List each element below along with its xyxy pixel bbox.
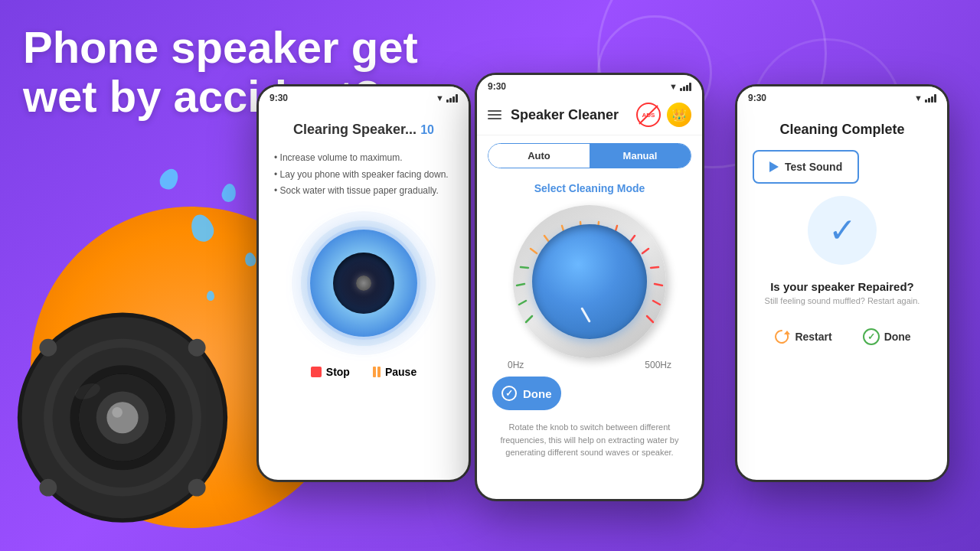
svg-point-2 — [39, 339, 57, 357]
water-drop-4 — [156, 165, 181, 192]
done-button[interactable]: ✓ Done — [492, 377, 561, 410]
svg-marker-32 — [784, 331, 790, 334]
svg-point-13 — [112, 407, 122, 418]
stop-button[interactable]: Stop — [311, 366, 350, 378]
restart-icon — [773, 328, 790, 345]
svg-line-26 — [630, 236, 635, 242]
tab-switcher: Auto Manual — [488, 143, 691, 168]
svg-line-28 — [651, 267, 658, 268]
phone2-status-bar: 9:30 ▼ — [477, 75, 702, 95]
app-header: Speaker Cleaner ADS 👑 — [477, 95, 702, 135]
knob-container — [477, 197, 702, 366]
pause-button[interactable]: Pause — [373, 366, 416, 378]
knob-outer[interactable] — [513, 205, 666, 358]
knob-indicator — [580, 307, 591, 323]
action-row: Restart ✓ Done — [737, 321, 947, 353]
phone1-controls: Stop Pause — [259, 350, 469, 393]
phone2-wifi-icon: ▼ — [669, 82, 678, 91]
check-icon: ✓ — [828, 214, 857, 247]
svg-point-5 — [188, 479, 206, 497]
svg-line-18 — [517, 284, 524, 285]
phone-complete: 9:30 ▼ Cleaning Complete Test Sound ✓ Is… — [735, 84, 949, 482]
pause-icon — [373, 367, 381, 377]
svg-line-20 — [531, 249, 537, 253]
phone3-status-icons: ▼ — [914, 93, 936, 103]
speaker-inner — [333, 253, 394, 314]
restart-button[interactable]: Restart — [773, 328, 831, 345]
tab-manual[interactable]: Manual — [590, 144, 691, 168]
svg-point-3 — [188, 339, 206, 357]
crown-icon: 👑 — [671, 108, 687, 122]
phone2-status-icons: ▼ — [669, 82, 691, 91]
svg-line-16 — [526, 316, 532, 322]
stop-icon — [311, 367, 322, 377]
phone3-signal-icon — [925, 94, 936, 103]
mode-label: Select Cleaning Mode — [477, 176, 702, 197]
menu-icon — [488, 118, 501, 119]
speaker-dot — [356, 276, 371, 291]
complete-title: Cleaning Complete — [737, 106, 947, 147]
phone1-instructions: • Increase volume to maximum. • Lay you … — [259, 141, 469, 209]
phone-clearing: 9:30 ▼ Clearing Speaker... 10 • Increase… — [256, 84, 471, 482]
menu-icon — [488, 110, 501, 112]
svg-line-30 — [653, 301, 660, 305]
svg-line-31 — [647, 316, 653, 322]
headline-line1: Phone speaker get — [23, 22, 418, 72]
tab-auto[interactable]: Auto — [488, 144, 590, 168]
svg-point-4 — [39, 479, 57, 497]
phone2-time: 9:30 — [488, 81, 506, 92]
done-action-icon: ✓ — [863, 328, 880, 345]
ads-badge[interactable]: ADS — [636, 103, 661, 127]
test-sound-button[interactable]: Test Sound — [753, 150, 859, 184]
instruction-3: • Sock water with tissue paper gradually… — [274, 183, 453, 200]
success-checkmark: ✓ — [808, 196, 877, 265]
phone3-status-bar: 9:30 ▼ — [737, 86, 947, 106]
play-icon — [769, 161, 779, 172]
frequency-knob[interactable] — [532, 224, 647, 339]
phone3-time: 9:30 — [748, 93, 766, 103]
water-drop-2 — [220, 183, 237, 204]
phone2-signal-icon — [680, 83, 691, 91]
phone3-wifi-icon: ▼ — [914, 93, 923, 103]
repaired-subtitle: Still feeling sound muffled? Restart aga… — [737, 296, 947, 321]
water-drop-5 — [207, 291, 214, 301]
wifi-icon: ▼ — [436, 93, 444, 103]
svg-line-19 — [521, 267, 528, 268]
instruction-text: Rotate the knob to switch between differ… — [477, 416, 702, 468]
phone-main: 9:30 ▼ Speaker Cleaner ADS 👑 — [475, 73, 704, 501]
speaker-ring — [310, 230, 417, 337]
signal-icon — [446, 94, 458, 103]
phone1-time: 9:30 — [270, 93, 288, 103]
instruction-1: • Increase volume to maximum. — [274, 150, 453, 167]
svg-point-12 — [106, 402, 138, 433]
done-check-icon: ✓ — [501, 386, 517, 401]
phone1-status-bar: 9:30 ▼ — [259, 86, 469, 106]
phone1-status-icons: ▼ — [436, 93, 458, 103]
svg-line-29 — [655, 284, 662, 285]
phone1-speaker-visual — [259, 224, 469, 343]
instruction-2: • Lay you phone with speaker facing down… — [274, 167, 453, 184]
svg-line-17 — [519, 301, 526, 305]
app-title: Speaker Cleaner — [511, 107, 636, 123]
repaired-question: Is your speaker Repaired? — [737, 280, 947, 296]
menu-icon — [488, 114, 501, 116]
clearing-title: Clearing Speaker... 10 — [259, 106, 469, 141]
done-action-button[interactable]: ✓ Done — [863, 328, 911, 345]
clearing-percent: 10 — [420, 123, 434, 136]
svg-line-27 — [642, 249, 648, 253]
menu-button[interactable] — [488, 110, 501, 119]
crown-badge[interactable]: 👑 — [667, 103, 691, 127]
